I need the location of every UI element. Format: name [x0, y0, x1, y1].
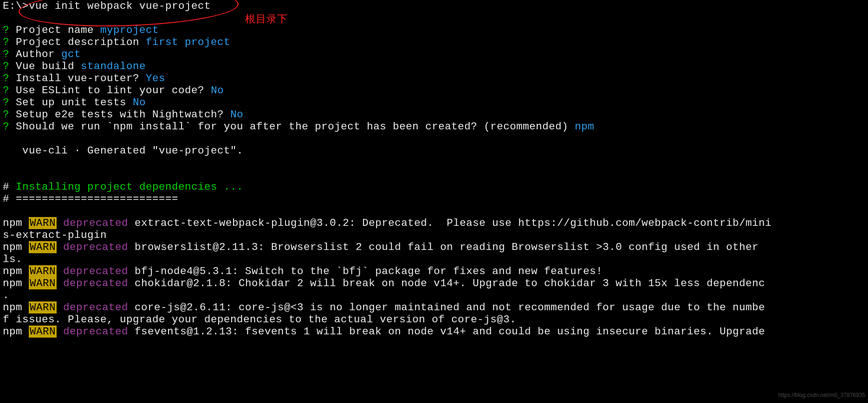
warn-message: bfj-node4@5.3.1: Switch to the `bfj` pac…: [135, 265, 602, 277]
prompt-marker: ?: [3, 121, 9, 133]
warn-message: core-js@2.6.11: core-js@<3 is no longer …: [135, 301, 765, 313]
question-text: Should we run `npm install` for you afte…: [16, 121, 568, 133]
warn-continuation: .: [3, 289, 9, 301]
prompt-marker: ?: [3, 84, 9, 96]
answer-text: gct: [61, 48, 81, 60]
warn-cont-3: .: [3, 289, 865, 301]
question-text: Setup e2e tests with Nightwatch?: [16, 109, 224, 121]
npm-prefix: npm: [3, 301, 29, 313]
warn-line-1: npm WARN deprecated browserslist@2.11.3:…: [3, 241, 865, 253]
generated-text: vue-cli · Generated "vue-project".: [3, 145, 243, 157]
question-line-2: ? Author gct: [3, 48, 865, 60]
install-heading: Installing project dependencies ...: [16, 181, 243, 193]
prompt-marker: ?: [3, 96, 9, 109]
deprecated-tag: deprecated: [57, 301, 135, 313]
generated-line: vue-cli · Generated "vue-project".: [3, 145, 865, 157]
answer-text: No: [211, 84, 224, 96]
answer-text: No: [133, 96, 146, 109]
answer-text: first project: [146, 36, 230, 48]
blank-line: [3, 12, 865, 24]
warn-cont-4: f issues. Please, upgrade your dependenc…: [3, 313, 865, 326]
question-line-7: ? Setup e2e tests with Nightwatch? No: [3, 109, 865, 121]
question-line-1: ? Project description first project: [3, 36, 865, 48]
prompt-marker: ?: [3, 60, 9, 72]
warn-line-3: npm WARN deprecated chokidar@2.1.8: Chok…: [3, 277, 865, 289]
warn-continuation: s-extract-plugin: [3, 229, 107, 241]
blank-line: [3, 157, 865, 169]
question-line-5: ? Use ESLint to lint your code? No: [3, 84, 865, 96]
blank-line: [3, 133, 865, 145]
answer-text: standalone: [81, 60, 146, 72]
npm-prefix: npm: [3, 326, 29, 338]
question-text: Project name: [16, 24, 94, 36]
question-text: Install vue-router?: [16, 72, 139, 84]
warn-cont-1: ls.: [3, 253, 865, 265]
command-line: E:\>vue init webpack vue-project: [3, 0, 865, 12]
prompt-marker: ?: [3, 36, 9, 48]
warn-line-0: npm WARN deprecated extract-text-webpack…: [3, 217, 865, 229]
warn-tag: WARN: [29, 241, 57, 253]
warn-line-4: npm WARN deprecated core-js@2.6.11: core…: [3, 301, 865, 313]
answer-text: npm: [575, 121, 594, 133]
warn-cont-0: s-extract-plugin: [3, 229, 865, 241]
warn-message: fsevents@1.2.13: fsevents 1 will break o…: [135, 326, 765, 338]
npm-prefix: npm: [3, 265, 29, 277]
question-line-6: ? Set up unit tests No: [3, 96, 865, 109]
prompt-cmd: vue init webpack vue-project: [29, 0, 211, 12]
npm-prefix: npm: [3, 241, 29, 253]
warn-tag: WARN: [29, 265, 57, 277]
deprecated-tag: deprecated: [57, 326, 135, 338]
question-line-3: ? Vue build standalone: [3, 60, 865, 72]
warn-message: extract-text-webpack-plugin@3.0.2: Depre…: [135, 217, 771, 229]
hash-mark: #: [3, 181, 16, 193]
prompt-marker: ?: [3, 48, 9, 60]
warn-continuation: f issues. Please, upgrade your dependenc…: [3, 313, 516, 326]
prompt-marker: ?: [3, 24, 9, 36]
npm-prefix: npm: [3, 217, 29, 229]
install-heading-line: # Installing project dependencies ...: [3, 181, 865, 193]
question-line-8: ? Should we run `npm install` for you af…: [3, 121, 865, 133]
question-text: Vue build: [16, 60, 74, 72]
watermark-text: https://blog.csdn.net/m0_37876935: [778, 389, 865, 401]
deprecated-tag: deprecated: [57, 265, 135, 277]
warn-message: chokidar@2.1.8: Chokidar 2 will break on…: [135, 277, 765, 289]
warn-message: browserslist@2.11.3: Browserslist 2 coul…: [135, 241, 765, 253]
answer-text: No: [230, 109, 243, 121]
prompt-marker: ?: [3, 109, 9, 121]
question-text: Use ESLint to lint your code?: [16, 84, 204, 96]
question-text: Set up unit tests: [16, 96, 126, 109]
blank-line: [3, 169, 865, 181]
answer-text: Yes: [146, 72, 165, 84]
deprecated-tag: deprecated: [57, 277, 135, 289]
install-bar: # =========================: [3, 193, 178, 205]
question-line-4: ? Install vue-router? Yes: [3, 72, 865, 84]
terminal-output[interactable]: E:\>vue init webpack vue-project ? Proje…: [0, 0, 868, 338]
answer-text: myproject: [100, 24, 159, 36]
deprecated-tag: deprecated: [57, 217, 135, 229]
prompt-cwd: E:\>: [3, 0, 29, 12]
warn-tag: WARN: [29, 277, 57, 289]
npm-prefix: npm: [3, 277, 29, 289]
prompt-marker: ?: [3, 72, 9, 84]
warn-continuation: ls.: [3, 253, 22, 265]
blank-line: [3, 205, 865, 217]
warn-tag: WARN: [29, 301, 57, 313]
deprecated-tag: deprecated: [57, 241, 135, 253]
question-text: Author: [16, 48, 55, 60]
warn-line-5: npm WARN deprecated fsevents@1.2.13: fse…: [3, 326, 865, 338]
warn-tag: WARN: [29, 326, 57, 338]
install-bar-line: # =========================: [3, 193, 865, 205]
question-line-0: ? Project name myproject: [3, 24, 865, 36]
question-text: Project description: [16, 36, 139, 48]
warn-tag: WARN: [29, 217, 57, 229]
warn-line-2: npm WARN deprecated bfj-node4@5.3.1: Swi…: [3, 265, 865, 277]
